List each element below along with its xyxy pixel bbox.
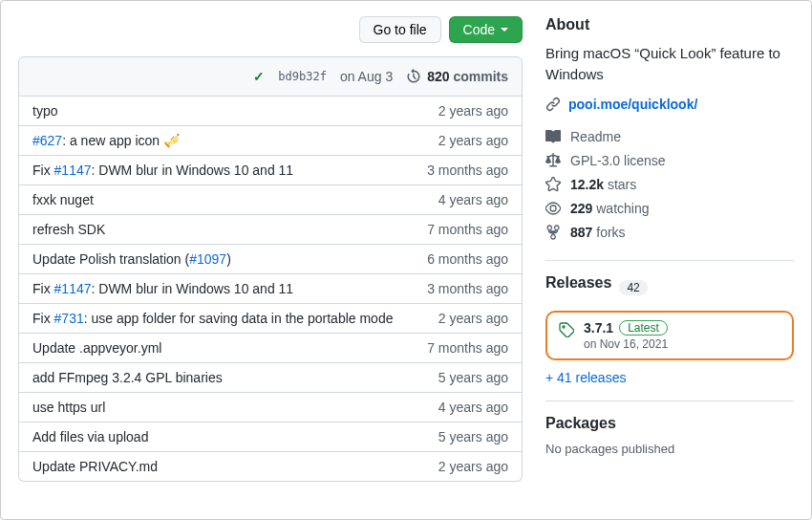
table-row: Fix #1147: DWM blur in Windows 10 and 11…	[19, 155, 522, 184]
commit-time: 2 years ago	[438, 133, 508, 148]
release-version: 3.7.1	[584, 320, 613, 336]
commit-time: 7 months ago	[427, 340, 508, 356]
commit-hash[interactable]: bd9b32f	[278, 70, 327, 83]
commit-time: 2 years ago	[438, 103, 508, 119]
watching-link[interactable]: 229 watching	[545, 197, 794, 221]
commit-time: 5 years ago	[438, 429, 508, 444]
commit-time: 2 years ago	[438, 459, 508, 474]
commits-count: 820	[427, 69, 449, 84]
issue-link[interactable]: #627	[32, 133, 62, 148]
link-icon	[545, 97, 561, 112]
commit-time: 6 months ago	[427, 251, 508, 267]
forks-label: forks	[596, 225, 625, 240]
commit-time: 7 months ago	[427, 222, 508, 237]
commit-message[interactable]: Update .appveyor.yml	[32, 340, 161, 356]
commit-message[interactable]: add FFmpeg 3.2.4 GPL binaries	[32, 370, 223, 385]
latest-badge: Latest	[619, 320, 668, 336]
table-row: typo2 years ago	[19, 97, 522, 125]
commit-time: 5 years ago	[438, 370, 508, 385]
top-actions: Go to file Code	[18, 16, 523, 43]
go-to-file-button[interactable]: Go to file	[359, 16, 441, 43]
check-icon: ✓	[253, 69, 265, 84]
watching-count: 229	[570, 201, 592, 216]
commits-link[interactable]: 820 commits	[406, 69, 508, 84]
divider	[545, 401, 794, 401]
commit-message[interactable]: typo	[32, 103, 57, 119]
table-row: Fix #731: use app folder for saving data…	[19, 303, 522, 333]
table-row: Add files via upload5 years ago	[19, 422, 522, 451]
law-icon	[545, 153, 561, 168]
table-row: Fix #1147: DWM blur in Windows 10 and 11…	[19, 273, 522, 303]
commit-message[interactable]: Fix #1147: DWM blur in Windows 10 and 11	[32, 162, 293, 178]
fork-icon	[545, 225, 561, 240]
commit-time: 3 months ago	[427, 162, 508, 178]
issue-link[interactable]: #1097	[189, 251, 226, 267]
commit-time: 4 years ago	[438, 192, 508, 207]
commit-message[interactable]: Update PRIVACY.md	[32, 459, 158, 474]
commit-time: 3 months ago	[427, 281, 508, 296]
issue-link[interactable]: #1147	[54, 162, 92, 178]
table-row: Update Polish translation (#1097)6 month…	[19, 244, 522, 273]
code-label: Code	[463, 22, 495, 37]
latest-commit-bar: ✓ bd9b32f on Aug 3 820 commits	[18, 56, 523, 97]
commit-time: 2 years ago	[438, 311, 508, 326]
book-icon	[545, 129, 561, 144]
table-row: use https url4 years ago	[19, 392, 522, 422]
releases-count: 42	[619, 280, 647, 295]
license-link[interactable]: GPL-3.0 license	[545, 149, 794, 173]
commits-label: commits	[453, 69, 508, 84]
table-row: Update .appveyor.yml7 months ago	[19, 333, 522, 362]
commit-date: on Aug 3	[340, 69, 393, 84]
eye-icon	[545, 201, 561, 216]
table-row: refresh SDK7 months ago	[19, 214, 522, 244]
about-heading: About	[545, 16, 794, 33]
commit-message[interactable]: Add files via upload	[32, 429, 148, 444]
more-releases-link[interactable]: + 41 releases	[545, 370, 626, 385]
issue-link[interactable]: #731	[54, 311, 84, 326]
issue-link[interactable]: #1147	[54, 281, 92, 296]
divider	[545, 260, 794, 261]
history-icon	[406, 69, 421, 84]
packages-heading[interactable]: Packages	[545, 415, 794, 432]
forks-link[interactable]: 887 forks	[545, 221, 794, 245]
commit-message[interactable]: Update Polish translation (#1097)	[32, 251, 231, 267]
sidebar: About Bring macOS “Quick Look” feature t…	[545, 16, 794, 519]
latest-release[interactable]: 3.7.1 Latest on Nov 16, 2021	[545, 311, 794, 360]
release-date: on Nov 16, 2021	[584, 337, 668, 351]
chevron-down-icon	[501, 28, 508, 32]
packages-message: No packages published	[545, 442, 794, 456]
homepage-link[interactable]: pooi.moe/quicklook/	[568, 97, 697, 112]
stars-count: 12.2k	[570, 177, 604, 192]
file-list: typo2 years ago#627: a new app icon 🎺2 y…	[18, 97, 523, 482]
code-dropdown-button[interactable]: Code	[449, 16, 523, 43]
table-row: add FFmpeg 3.2.4 GPL binaries5 years ago	[19, 362, 522, 392]
stars-link[interactable]: 12.2k stars	[545, 173, 794, 197]
table-row: Update PRIVACY.md2 years ago	[19, 451, 522, 481]
stars-label: stars	[608, 177, 636, 192]
table-row: #627: a new app icon 🎺2 years ago	[19, 125, 522, 155]
tag-icon	[559, 322, 574, 337]
commit-message[interactable]: Fix #1147: DWM blur in Windows 10 and 11	[32, 281, 293, 296]
table-row: fxxk nuget4 years ago	[19, 184, 522, 214]
forks-count: 887	[570, 225, 592, 240]
commit-message[interactable]: Fix #731: use app folder for saving data…	[32, 311, 393, 326]
star-icon	[545, 177, 561, 192]
readme-link[interactable]: Readme	[545, 125, 794, 149]
commit-message[interactable]: refresh SDK	[32, 222, 105, 237]
commit-message[interactable]: fxxk nuget	[32, 192, 94, 207]
commit-message[interactable]: #627: a new app icon 🎺	[32, 133, 180, 148]
about-description: Bring macOS “Quick Look” feature to Wind…	[545, 43, 794, 85]
watching-label: watching	[596, 201, 649, 216]
license-label: GPL-3.0 license	[570, 153, 666, 168]
readme-label: Readme	[570, 129, 621, 144]
commit-message[interactable]: use https url	[32, 400, 105, 415]
commit-time: 4 years ago	[438, 400, 508, 415]
releases-heading[interactable]: Releases	[545, 274, 611, 292]
